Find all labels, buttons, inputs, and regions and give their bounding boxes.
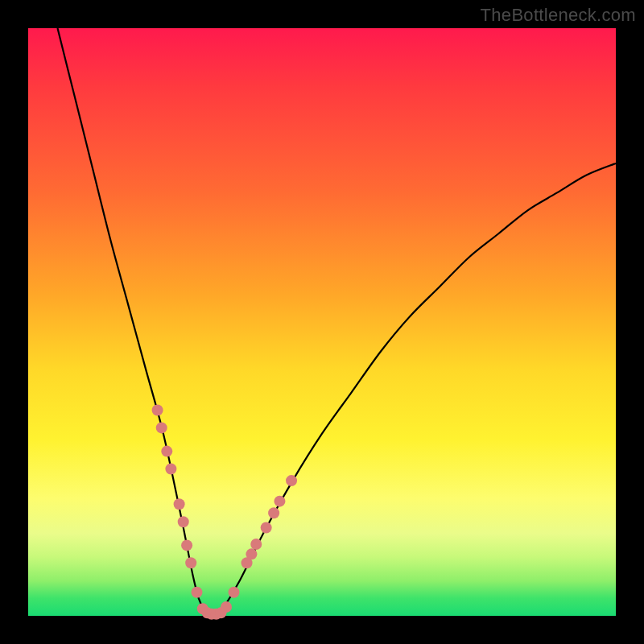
highlight-dot xyxy=(174,498,185,510)
chart-frame: TheBottleneck.com xyxy=(0,0,644,644)
highlight-dot xyxy=(185,557,196,568)
highlight-dot xyxy=(221,601,232,613)
highlight-dot xyxy=(165,464,176,475)
watermark-text: TheBottleneck.com xyxy=(481,5,636,26)
highlight-dot xyxy=(246,548,257,559)
highlight-dot xyxy=(192,587,203,598)
curve-layer xyxy=(28,28,616,616)
highlight-dot xyxy=(268,507,279,518)
plot-area xyxy=(28,28,616,616)
highlight-dot xyxy=(161,446,172,457)
highlight-dot xyxy=(152,405,163,416)
highlight-dot xyxy=(178,516,189,527)
highlight-dots xyxy=(152,405,297,620)
highlight-dot xyxy=(156,422,167,433)
highlight-dot xyxy=(274,496,285,507)
highlight-dot xyxy=(229,587,240,598)
highlight-dot xyxy=(250,539,262,550)
highlight-dot xyxy=(286,475,297,486)
bottleneck-curve xyxy=(58,28,617,617)
highlight-dot xyxy=(261,522,272,534)
highlight-dot xyxy=(181,539,192,551)
